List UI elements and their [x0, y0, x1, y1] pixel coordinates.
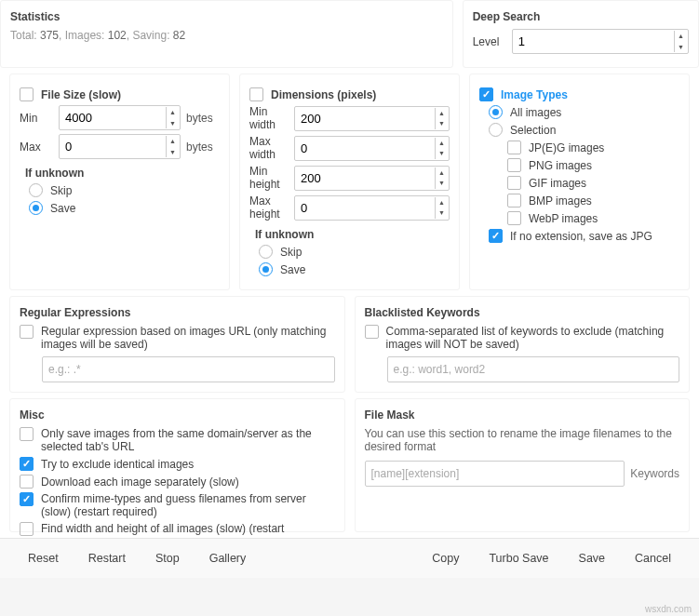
types-enable-check[interactable]: [479, 87, 493, 101]
regex-input[interactable]: [42, 356, 335, 382]
min-label: Min: [20, 112, 53, 125]
gallery-button[interactable]: Gallery: [195, 546, 262, 570]
filesize-save-radio[interactable]: [29, 201, 43, 215]
chevron-down-icon[interactable]: ▼: [167, 118, 179, 129]
chevron-down-icon[interactable]: ▼: [675, 42, 687, 53]
confirm-mime-label: Confirm mime-types and guess filenames f…: [41, 492, 335, 518]
filesize-title: File Size (slow): [41, 88, 121, 101]
png-label: PNG images: [529, 159, 592, 172]
filemask-desc: You can use this section to rename the i…: [365, 427, 680, 453]
chevron-down-icon[interactable]: ▼: [436, 178, 448, 189]
stop-button[interactable]: Stop: [141, 546, 195, 570]
chevron-up-icon[interactable]: ▲: [436, 138, 448, 149]
regex-title: Regular Expressions: [20, 306, 335, 319]
exclude-identical-label: Try to exclude identical images: [41, 458, 194, 471]
filesize-min-input[interactable]: [59, 105, 181, 130]
chevron-up-icon[interactable]: ▲: [167, 136, 179, 147]
bytes-unit: bytes: [186, 141, 220, 154]
deep-search-section: Deep Search Level ▲▼: [463, 0, 699, 68]
dimensions-title: Dimensions (pixels): [271, 88, 376, 101]
confirm-mime-check[interactable]: [20, 492, 34, 506]
webp-label: WebP images: [529, 212, 598, 225]
find-dims-label: Find width and height of all images (slo…: [41, 522, 284, 535]
minwidth-label: Min width: [249, 105, 289, 131]
footer-toolbar: Reset Restart Stop Gallery Copy Turbo Sa…: [0, 538, 699, 578]
chevron-down-icon[interactable]: ▼: [436, 148, 448, 159]
bmp-check[interactable]: [507, 194, 521, 208]
chevron-down-icon[interactable]: ▼: [167, 147, 179, 158]
bmp-label: BMP images: [529, 194, 592, 208]
dims-unknown-title: If unknown: [255, 228, 450, 241]
regex-section: Regular Expressions Regular expression b…: [9, 296, 345, 393]
filemask-title: File Mask: [365, 408, 680, 422]
maxwidth-input[interactable]: [294, 136, 450, 161]
misc-title: Misc: [20, 408, 335, 422]
blacklist-input[interactable]: [387, 356, 680, 382]
minheight-input[interactable]: [294, 166, 450, 191]
image-types-title: Image Types: [501, 88, 568, 101]
gif-check[interactable]: [507, 176, 521, 190]
find-dims-check[interactable]: [20, 522, 34, 536]
exclude-identical-check[interactable]: [20, 457, 34, 471]
regex-enable-check[interactable]: [20, 325, 34, 339]
same-domain-label: Only save images from the same domain/se…: [41, 427, 335, 453]
noext-check[interactable]: [489, 229, 503, 243]
dims-save-radio[interactable]: [259, 262, 273, 276]
noext-label: If no extension, save as JPG: [510, 230, 652, 243]
png-check[interactable]: [507, 158, 521, 172]
blacklist-enable-check[interactable]: [365, 325, 379, 339]
minheight-label: Min height: [249, 165, 289, 191]
filesize-enable-check[interactable]: [20, 87, 34, 101]
misc-section: Misc Only save images from the same doma…: [9, 398, 345, 532]
filemask-section: File Mask You can use this section to re…: [355, 398, 691, 532]
chevron-up-icon[interactable]: ▲: [436, 167, 448, 179]
copy-button[interactable]: Copy: [417, 546, 474, 570]
all-images-label: All images: [510, 106, 561, 119]
reset-button[interactable]: Reset: [13, 546, 74, 570]
gif-label: GIF images: [529, 177, 586, 190]
blacklist-desc: Comma-separated list of keywords to excl…: [386, 325, 680, 351]
jpeg-label: JP(E)G images: [529, 141, 604, 154]
same-domain-check[interactable]: [20, 427, 34, 441]
selection-label: Selection: [510, 124, 556, 137]
dimensions-section: Dimensions (pixels) Min width▲▼ Max widt…: [239, 74, 460, 290]
max-label: Max: [20, 141, 53, 154]
regex-desc: Regular expression based on images URL (…: [41, 325, 335, 351]
chevron-down-icon[interactable]: ▼: [436, 208, 448, 219]
settings-panel: Statistics Total: 375, Images: 102, Savi…: [0, 0, 699, 578]
blacklist-section: Blacklisted Keywords Comma-separated lis…: [355, 296, 691, 393]
download-separately-label: Download each image separately (slow): [41, 475, 239, 489]
chevron-up-icon[interactable]: ▲: [675, 31, 687, 42]
skip-label: Skip: [50, 184, 72, 197]
deep-search-title: Deep Search: [473, 10, 689, 23]
jpeg-check[interactable]: [507, 141, 521, 154]
selection-radio[interactable]: [489, 123, 503, 137]
all-images-radio[interactable]: [489, 105, 503, 119]
filemask-input[interactable]: [365, 461, 625, 487]
chevron-up-icon[interactable]: ▲: [436, 197, 448, 208]
level-select[interactable]: ▲▼: [512, 29, 689, 54]
keywords-link[interactable]: Keywords: [630, 467, 679, 480]
filesize-max-input[interactable]: [59, 134, 181, 159]
download-separately-check[interactable]: [20, 475, 34, 489]
restart-button[interactable]: Restart: [74, 546, 141, 570]
save-button[interactable]: Save: [564, 546, 621, 570]
chevron-up-icon[interactable]: ▲: [436, 108, 448, 119]
minwidth-input[interactable]: [294, 106, 450, 131]
chevron-down-icon[interactable]: ▼: [436, 118, 448, 129]
filesize-unknown-title: If unknown: [25, 167, 220, 180]
filesize-skip-radio[interactable]: [29, 183, 43, 197]
dimensions-enable-check[interactable]: [249, 87, 263, 101]
skip-label: Skip: [280, 246, 302, 259]
chevron-up-icon[interactable]: ▲: [167, 107, 179, 118]
save-label: Save: [280, 263, 305, 276]
cancel-button[interactable]: Cancel: [620, 546, 686, 570]
filesize-section: File Size (slow) Min ▲▼ bytes Max ▲▼ byt…: [9, 74, 230, 290]
dims-skip-radio[interactable]: [259, 245, 273, 259]
webp-check[interactable]: [507, 211, 521, 225]
bytes-unit: bytes: [186, 112, 220, 125]
maxheight-input[interactable]: [294, 195, 450, 221]
statistics-title: Statistics: [10, 10, 443, 23]
turbo-save-button[interactable]: Turbo Save: [474, 546, 563, 570]
statistics-section: Statistics Total: 375, Images: 102, Savi…: [0, 0, 453, 68]
